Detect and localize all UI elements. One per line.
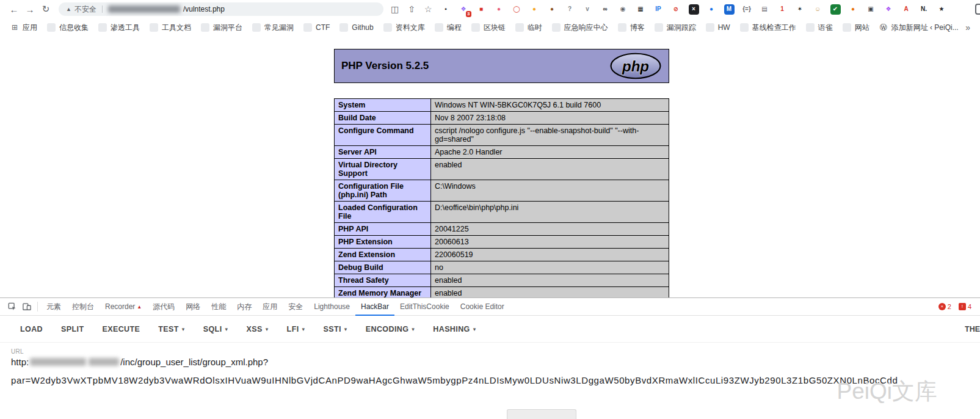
security-warning-label[interactable]: 不安全 [74, 4, 96, 15]
devtools-tab[interactable]: 安全 [283, 298, 308, 316]
devtools-tab[interactable]: 性能 [206, 298, 231, 316]
hackbar-theme-button[interactable]: THE [965, 316, 980, 343]
bookmark-item[interactable]: 区块链 [467, 20, 510, 35]
profile-avatar[interactable] [975, 4, 980, 15]
hackbar-button[interactable]: SPLIT ▾ [61, 325, 84, 333]
bookmark-item[interactable]: 渗透工具 [94, 20, 144, 35]
bookmark-item[interactable]: 临时 [511, 20, 546, 35]
extension-icon[interactable]: ✶ [795, 4, 805, 15]
bookmark-item[interactable]: ⊞ 应用 [6, 20, 42, 35]
extension-icon[interactable]: IP [653, 4, 664, 15]
bookmark-item[interactable]: 资料文库 [379, 20, 429, 35]
device-toolbar-icon[interactable] [20, 299, 34, 314]
bookmark-item[interactable]: 漏洞平台 [197, 20, 247, 35]
devtools-tab[interactable]: 内存 [231, 298, 257, 316]
redacted-host-blur [108, 5, 180, 13]
devtools-tab[interactable]: 元素 [41, 298, 67, 316]
extension-icon[interactable]: ⊘ [671, 4, 681, 15]
bookmark-item[interactable]: 语雀 [802, 20, 837, 35]
extension-icon[interactable]: ● [547, 4, 557, 15]
bookmark-item[interactable]: 漏洞跟踪 [650, 20, 700, 35]
extension-icon[interactable]: ☺ [813, 4, 823, 15]
url-param-text[interactable]: par=W2dyb3VwXTpbMV18W2dyb3VwaWRdOlsxIHVu… [11, 375, 980, 385]
extension-icon[interactable]: ◯ [512, 4, 522, 15]
devtools-tab[interactable]: EditThisCookie [394, 298, 455, 316]
hackbar-button[interactable]: LFI ▾ [287, 325, 305, 333]
hackbar-button[interactable]: SSTI ▾ [323, 325, 347, 333]
hackbar-button[interactable]: HASHING ▾ [433, 325, 476, 333]
bookmark-item[interactable]: HW [702, 20, 735, 35]
extension-icon[interactable]: M [724, 4, 735, 15]
extension-icon[interactable]: ▣ [866, 4, 876, 15]
devtools-tab[interactable]: 应用 [257, 298, 283, 316]
extension-icon[interactable]: {=} [742, 4, 752, 15]
extension-icon[interactable]: ● [529, 4, 540, 15]
extension-icon[interactable]: ❖ 3 [459, 4, 469, 15]
bookmark-item[interactable]: 常见漏洞 [248, 20, 298, 35]
bookmark-star-icon[interactable]: ☆ [424, 4, 432, 14]
bookmark-item[interactable]: 网站 [838, 20, 874, 35]
extension-icon[interactable]: ● [706, 4, 717, 15]
phpinfo-label: PHP Extension [335, 236, 431, 249]
extension-icon[interactable]: A [901, 4, 912, 15]
extension-icon[interactable]: ▦ [636, 4, 646, 15]
extension-icon[interactable]: ▪ [441, 4, 451, 15]
bookmarks-overflow-chevron-icon[interactable]: » [965, 23, 970, 32]
devtools-tab[interactable]: Cookie Editor [455, 298, 510, 316]
extension-icon[interactable]: ❖ [884, 4, 894, 15]
devtools-tab[interactable]: Lighthouse [308, 298, 355, 316]
devtools-tab[interactable]: 源代码 [147, 298, 180, 316]
extension-icon[interactable]: ★ [937, 4, 947, 15]
phpinfo-value: Nov 8 2007 23:18:08 [431, 112, 669, 125]
issue-count: 4 [968, 303, 971, 310]
issues-badge[interactable]: ! 4 [959, 303, 971, 310]
inspect-element-icon[interactable] [5, 299, 20, 314]
extension-icon[interactable]: N. [919, 4, 929, 15]
extension-icon[interactable]: v [583, 4, 593, 15]
url-input-line[interactable]: http: /inc/group_user_list/group_xml.php… [11, 356, 980, 367]
bookmark-item[interactable]: 编程 [430, 20, 466, 35]
bookmark-item[interactable]: 工具文档 [145, 20, 195, 35]
refresh-button[interactable]: ↻ [38, 4, 54, 15]
extension-icon[interactable]: 1 [777, 4, 788, 15]
back-button[interactable]: ← [6, 4, 22, 15]
hackbar-button[interactable]: EXECUTE ▾ [102, 325, 140, 333]
bookmark-item[interactable]: Ⓦ 添加新网址 ‹ PeiQi... [875, 20, 963, 35]
devtools-tab[interactable]: Recorder ▲ [100, 298, 147, 316]
devtools-tab[interactable]: 网络 [180, 298, 206, 316]
bookmark-item[interactable]: Github [335, 20, 377, 35]
devtools-tabbar: 元素 控制台 Recorder ▲ 源代码 [0, 298, 980, 316]
extension-icon[interactable]: × [689, 4, 699, 15]
bookmark-favicon [740, 23, 749, 32]
devtools-tab[interactable]: 控制台 [67, 298, 100, 316]
extension-icon[interactable]: ▤ [760, 4, 770, 15]
extension-icon[interactable]: ◉ [618, 4, 628, 15]
extension-icon[interactable]: ✔ [830, 4, 841, 15]
extension-icon[interactable]: ? [565, 4, 575, 15]
hackbar-button[interactable]: SQLI ▾ [203, 325, 228, 333]
console-errors-badge[interactable]: × 2 [938, 303, 951, 310]
extension-icon[interactable]: ■ [476, 4, 487, 15]
extension-icon[interactable]: ● [848, 4, 858, 15]
hackbar-button[interactable]: XSS ▾ [246, 325, 268, 333]
extension-icon[interactable]: ∞ [600, 4, 611, 15]
bookmark-item[interactable]: 应急响应中心 [548, 20, 612, 35]
extension-glyph: ✔ [833, 6, 838, 12]
bookmark-item[interactable]: 博客 [614, 20, 649, 35]
hackbar-button[interactable]: TEST ▾ [158, 325, 184, 333]
bookmark-item[interactable]: CTF [299, 20, 334, 35]
share-icon[interactable]: ⇧ [408, 4, 415, 14]
forward-button[interactable]: → [22, 4, 38, 15]
extension-icon[interactable]: ● [494, 4, 504, 15]
bookmark-label: CTF [316, 24, 330, 31]
side-panel-icon[interactable]: ◫ [391, 4, 399, 14]
hackbar-button[interactable]: LOAD ▾ [20, 325, 43, 333]
extension-glyph: ● [532, 6, 536, 12]
hackbar-button[interactable]: ENCODING ▾ [366, 325, 415, 333]
devtools-tab[interactable]: HackBar [355, 298, 394, 316]
address-bar[interactable]: ▲ 不安全 /vulntest.php [59, 2, 383, 16]
bookmark-item[interactable]: 基线检查工作 [736, 20, 800, 35]
devtools-tab-label: HackBar [361, 302, 389, 311]
address-url-text[interactable]: /vulntest.php [183, 5, 225, 13]
bookmark-item[interactable]: 信息收集 [43, 20, 93, 35]
